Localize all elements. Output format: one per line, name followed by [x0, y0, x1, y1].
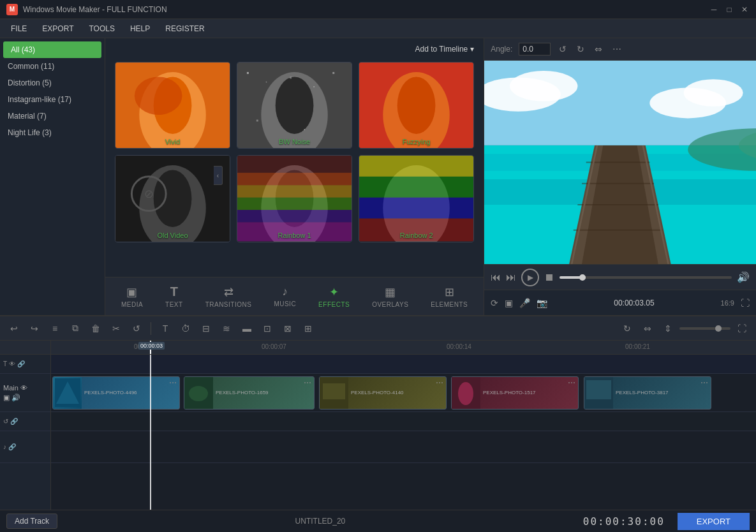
tab-music[interactable]: ♪ MUSIC: [264, 281, 306, 311]
main-track-video-icon[interactable]: ▣: [3, 394, 10, 402]
main-track-eye-icon[interactable]: 👁: [20, 384, 27, 392]
menu-help[interactable]: HELP: [122, 22, 158, 36]
clip-4-info: PEXELS-PHOTO-1517: [480, 388, 578, 397]
undo-btn[interactable]: ↩: [5, 320, 23, 337]
progress-bar[interactable]: [560, 276, 732, 279]
close-button[interactable]: ✕: [739, 4, 750, 15]
effect-bwnoise[interactable]: BW Noise: [237, 62, 352, 149]
motion-btn[interactable]: ≋: [218, 320, 235, 337]
menu-export[interactable]: EXPORT: [34, 22, 81, 36]
tab-media[interactable]: ▣ MEDIA: [112, 281, 152, 312]
text-track-eye-icon[interactable]: 👁: [9, 360, 15, 367]
play-button[interactable]: ▶: [521, 269, 539, 286]
zoom-thumb: [715, 325, 722, 332]
minimize-button[interactable]: ─: [709, 4, 719, 15]
effect-rainbow1[interactable]: Rainbow 1: [237, 155, 352, 242]
menu-tools[interactable]: TOOLS: [81, 22, 122, 36]
flip-h-btn[interactable]: ⇔: [593, 42, 604, 56]
category-common[interactable]: Common (11): [0, 58, 105, 75]
clip-5-menu[interactable]: ⋯: [700, 378, 708, 387]
clip-5[interactable]: PEXELS-PHOTO-3817 ⋯: [584, 376, 711, 410]
skip-back-btn[interactable]: ⏮: [491, 272, 501, 283]
transitions-icon: ⇄: [224, 285, 233, 299]
timeline-ruler: 00:00:00 00:00:07 00:00:14 00:00:21 00:0…: [51, 341, 756, 355]
snap-btn[interactable]: ⊟: [197, 320, 215, 337]
undo-rotate-btn[interactable]: ↺: [557, 42, 568, 56]
main-track-audio-icon[interactable]: 🔊: [11, 394, 20, 402]
fx-track-icon: ↺: [3, 418, 8, 425]
tool-snap[interactable]: ⟳: [491, 298, 498, 308]
effect-rainbow1-label: Rainbow 1: [237, 232, 352, 239]
tab-effects[interactable]: ✦ EFFECTS: [309, 281, 359, 312]
clip-2-thumb: [184, 377, 213, 409]
tool-mic[interactable]: 🎤: [519, 298, 530, 308]
delete-btn[interactable]: 🗑: [87, 320, 105, 337]
clip-3-menu[interactable]: ⋯: [436, 378, 443, 387]
trim-btn[interactable]: ↺: [128, 320, 145, 337]
bg-btn[interactable]: ▬: [238, 320, 256, 337]
effect-vivid[interactable]: Vivid: [115, 62, 230, 149]
tab-elements[interactable]: ⊞ ELEMENTS: [421, 281, 477, 312]
clip-2[interactable]: PEXELS-PHOTO-1659 ⋯: [184, 376, 315, 410]
clip-1-menu[interactable]: ⋯: [169, 378, 177, 387]
clip-1[interactable]: PEXELS-PHOTO-4496 ⋯: [52, 376, 180, 410]
redo-btn[interactable]: ↪: [26, 320, 43, 337]
tab-overlays[interactable]: ▦ OVERLAYS: [362, 281, 418, 312]
tool-camera[interactable]: 📷: [537, 298, 547, 308]
category-all[interactable]: All (43): [3, 41, 101, 58]
main-track-label: Main: [3, 384, 19, 392]
fx-track-link-icon[interactable]: 🔗: [10, 418, 18, 425]
fullscreen-btn[interactable]: ⛶: [741, 298, 750, 308]
tool-crop[interactable]: ▣: [505, 298, 513, 308]
category-instagram[interactable]: Instagram-like (17): [0, 91, 105, 108]
right-panel: Angle: ↺ ↻ ⇔ ⋯: [484, 38, 756, 315]
export-button[interactable]: EXPORT: [678, 513, 750, 530]
fx-track-row: [51, 412, 756, 431]
clip-4[interactable]: PEXELS-PHOTO-1517 ⋯: [451, 376, 579, 410]
clip-4-menu[interactable]: ⋯: [568, 378, 575, 387]
effect-fuzzying[interactable]: Fuzzying: [359, 62, 474, 149]
volume-btn[interactable]: 🔊: [737, 271, 750, 283]
tab-text[interactable]: T TEXT: [156, 281, 193, 312]
clip-2-menu[interactable]: ⋯: [304, 378, 311, 387]
tab-transitions[interactable]: ⇄ TRANSITIONS: [196, 281, 262, 312]
svg-rect-12: [313, 86, 314, 87]
add-to-timeline-button[interactable]: Add to Timeline ▾: [415, 45, 475, 54]
category-material[interactable]: Material (7): [0, 108, 105, 124]
split-btn[interactable]: ✂: [107, 320, 125, 337]
stop-btn[interactable]: ⏹: [544, 272, 554, 283]
svg-rect-37: [359, 177, 473, 198]
collapse-handle[interactable]: ‹: [214, 166, 223, 185]
clip-3[interactable]: PEXELS-PHOTO-4140 ⋯: [319, 376, 447, 410]
zoom-slider[interactable]: [679, 327, 730, 330]
maximize-button[interactable]: □: [724, 4, 734, 15]
category-distortion[interactable]: Distortion (5): [0, 75, 105, 91]
effect-bwnoise-label: BW Noise: [237, 138, 352, 145]
category-nightlife[interactable]: Night Life (3): [0, 124, 105, 141]
menu-register[interactable]: REGISTER: [158, 22, 212, 36]
stabilize-btn[interactable]: ⊠: [279, 320, 297, 337]
clip-4-label: PEXELS-PHOTO-1517: [483, 390, 575, 395]
more-btn[interactable]: ⋯: [611, 42, 623, 56]
settings-btn[interactable]: ≡: [46, 320, 64, 337]
text-track-link-icon[interactable]: 🔗: [17, 360, 25, 367]
time-btn[interactable]: ⏱: [177, 320, 195, 337]
effect-rainbow2[interactable]: Rainbow 2: [359, 155, 474, 242]
effect-oldvideo[interactable]: ⊘ Old Video: [115, 155, 230, 242]
loop-btn[interactable]: ↻: [618, 320, 636, 337]
copy-btn[interactable]: ⧉: [66, 320, 84, 337]
crop-tl-btn[interactable]: ⊡: [258, 320, 276, 337]
add-track-button[interactable]: Add Track: [6, 514, 57, 529]
audio-track-link-icon[interactable]: 🔗: [8, 443, 16, 450]
contract-btn[interactable]: ⇕: [659, 320, 677, 337]
redo-rotate-btn[interactable]: ↻: [575, 42, 586, 56]
svg-rect-36: [359, 156, 473, 177]
grid-btn[interactable]: ⊞: [299, 320, 317, 337]
fullscreen-tl-btn[interactable]: ⛶: [733, 320, 751, 337]
expand-btn[interactable]: ⇔: [639, 320, 656, 337]
angle-input[interactable]: [519, 43, 551, 55]
prev-frame-btn[interactable]: ⏭: [506, 272, 516, 283]
track-label-text: T 👁 🔗: [0, 355, 50, 374]
menu-file[interactable]: FILE: [3, 22, 34, 36]
text-btn[interactable]: T: [156, 320, 174, 337]
